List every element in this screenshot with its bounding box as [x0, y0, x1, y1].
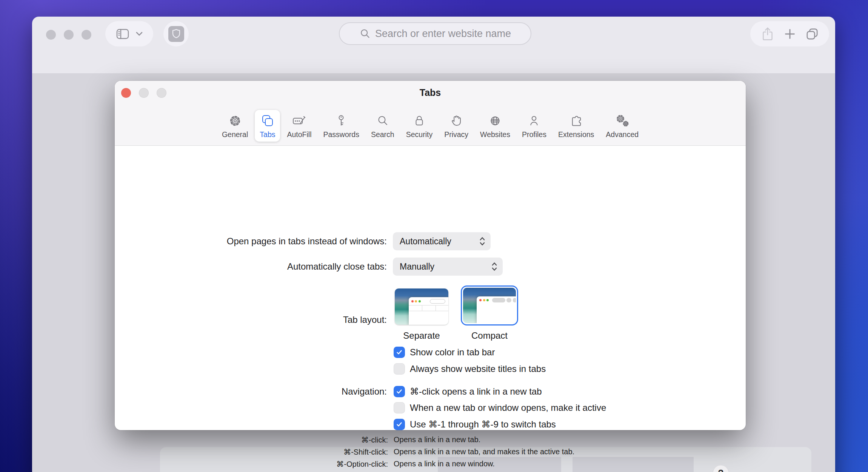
minimize-button[interactable] — [64, 30, 74, 40]
magnifier-icon — [359, 28, 371, 39]
mini-browser — [477, 296, 516, 323]
minimize-button[interactable] — [139, 88, 149, 98]
tab-option-1-checkbox[interactable] — [394, 363, 405, 375]
nav-option-2-row: Use ⌘-1 through ⌘-9 to switch tabs — [394, 419, 556, 430]
shortcut-line: ⌘-Shift-click:Opens a link in a new tab,… — [115, 447, 574, 457]
key-icon — [334, 113, 349, 128]
nav-option-1-row: When a new tab or window opens, make it … — [394, 402, 606, 413]
help-label: ? — [718, 468, 723, 472]
prefs-tab-autofill[interactable]: AutoFill — [282, 110, 316, 142]
nav-option-1-checkbox[interactable] — [394, 402, 405, 413]
toolbar-right-group — [750, 21, 829, 46]
prefs-tab-label: Advanced — [606, 130, 639, 139]
preferences-toolbar: GeneralTabsAutoFillPasswordsSearchSecuri… — [115, 110, 746, 142]
shortcut-key: ⌘-click: — [115, 435, 388, 444]
prefs-tab-label: Tabs — [260, 130, 275, 139]
navigation-label: Navigation: — [115, 386, 387, 397]
zoom-button[interactable] — [82, 30, 91, 40]
hand-icon — [449, 113, 464, 128]
tab-overview-icon[interactable] — [806, 28, 819, 40]
prefs-tab-label: General — [222, 130, 248, 139]
search-input[interactable]: Search or enter website name — [339, 22, 531, 45]
settings-window: Tabs GeneralTabsAutoFillPasswordsSearchS… — [115, 81, 746, 430]
prefs-tab-advanced[interactable]: Advanced — [601, 110, 643, 142]
prefs-tab-websites[interactable]: Websites — [475, 110, 515, 142]
tab-layout-option-separate[interactable] — [395, 288, 448, 325]
open-pages-label: Open pages in tabs instead of windows: — [115, 236, 387, 247]
prefs-tab-extensions[interactable]: Extensions — [553, 110, 599, 142]
nav-option-2-checkbox[interactable] — [394, 419, 405, 430]
prefs-tab-label: Extensions — [558, 130, 594, 139]
gear-icon — [228, 113, 243, 128]
popup-value: Manually — [400, 262, 434, 272]
search-icon — [375, 113, 390, 128]
prefs-tab-search[interactable]: Search — [366, 110, 399, 142]
share-icon[interactable] — [761, 27, 774, 41]
sidebar-icon — [115, 27, 130, 41]
dialog-title: Tabs — [115, 81, 746, 98]
gears-icon — [615, 113, 630, 128]
browser-toolbar: Search or enter website name — [32, 17, 835, 73]
nav-option-2-label: Use ⌘-1 through ⌘-9 to switch tabs — [410, 419, 556, 430]
settings-header: Tabs GeneralTabsAutoFillPasswordsSearchS… — [115, 81, 746, 146]
open-pages-popup[interactable]: Automatically — [393, 232, 491, 250]
close-button[interactable] — [46, 30, 56, 40]
popup-value: Automatically — [400, 236, 451, 247]
tab-option-1-label: Always show website titles in tabs — [410, 364, 546, 374]
tabs-icon — [260, 113, 275, 128]
tab-layout-option-compact[interactable] — [461, 285, 518, 325]
new-tab-icon[interactable] — [784, 28, 796, 40]
lock-icon — [412, 113, 427, 128]
autofill-icon — [292, 113, 307, 128]
shortcut-desc: Opens a link in a new tab, and makes it … — [394, 447, 574, 457]
close-button[interactable] — [121, 88, 131, 98]
shortcut-desc: Opens a link in a new tab. — [394, 435, 480, 444]
desktop: { "browser": { "search_placeholder": "Se… — [0, 0, 868, 472]
shortcut-desc: Opens a link in a new window. — [394, 460, 495, 469]
prefs-tab-passwords[interactable]: Passwords — [319, 110, 364, 142]
puzzle-icon — [569, 113, 584, 128]
prefs-tab-label: Profiles — [522, 130, 546, 139]
prefs-tab-privacy[interactable]: Privacy — [439, 110, 473, 142]
shield-icon — [168, 26, 184, 42]
prefs-tab-label: AutoFill — [287, 130, 311, 139]
person-icon — [526, 113, 542, 128]
prefs-tab-label: Websites — [480, 130, 510, 139]
prefs-tab-label: Search — [371, 130, 394, 139]
tab-option-0-row: Show color in tab bar — [394, 347, 495, 358]
thumb-caption-compact: Compact — [461, 330, 518, 341]
nav-option-1-label: When a new tab or window opens, make it … — [410, 403, 606, 413]
tab-option-1-row: Always show website titles in tabs — [394, 363, 546, 375]
window-controls — [46, 30, 91, 40]
shortcut-line: ⌘-click:Opens a link in a new tab. — [115, 435, 480, 444]
prefs-tab-label: Security — [406, 130, 432, 139]
chevron-down-icon — [135, 31, 143, 37]
prefs-tab-profiles[interactable]: Profiles — [517, 110, 551, 142]
thumb-caption-separate: Separate — [395, 330, 448, 341]
tab-option-0-label: Show color in tab bar — [410, 347, 495, 358]
nav-option-0-label: ⌘-click opens a link in a new tab — [410, 386, 542, 397]
shortcut-key: ⌘-Shift-click: — [115, 447, 388, 457]
close-tabs-label: Automatically close tabs: — [115, 261, 387, 272]
prefs-tab-security[interactable]: Security — [401, 110, 437, 142]
prefs-tab-tabs[interactable]: Tabs — [255, 110, 280, 142]
close-tabs-popup[interactable]: Manually — [393, 258, 503, 276]
prefs-tab-general[interactable]: General — [217, 110, 253, 142]
tab-option-0-checkbox[interactable] — [394, 347, 405, 358]
nav-option-0-row: ⌘-click opens a link in a new tab — [394, 386, 542, 397]
shortcut-key: ⌘-Option-click: — [115, 460, 388, 469]
nav-option-0-checkbox[interactable] — [394, 386, 405, 397]
content-blocker-button[interactable] — [163, 21, 189, 46]
sidebar-toggle-group[interactable] — [105, 21, 153, 46]
shortcut-line: ⌘-Option-click:Opens a link in a new win… — [115, 460, 495, 469]
prefs-tab-label: Privacy — [444, 130, 468, 139]
popup-chevrons-icon — [491, 262, 498, 271]
popup-chevrons-icon — [479, 236, 486, 246]
search-placeholder: Search or enter website name — [375, 28, 511, 40]
zoom-button[interactable] — [157, 88, 166, 98]
settings-body: Open pages in tabs instead of windows: A… — [115, 146, 746, 430]
mini-browser — [409, 297, 448, 325]
globe-icon — [488, 113, 503, 128]
dialog-window-controls — [121, 88, 166, 98]
tab-layout-label: Tab layout: — [115, 315, 387, 325]
